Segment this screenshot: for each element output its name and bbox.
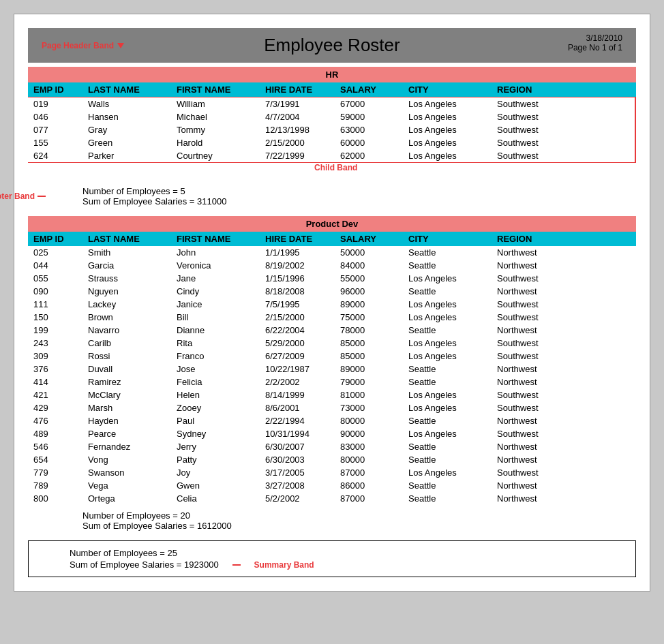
product-dev-footer-emp-count: Number of Employees = 20 (69, 510, 631, 521)
page-header-band: Page Header Band Employee Roster 3/18/20… (28, 28, 636, 63)
table-row: 309 Rossi Franco 6/27/2009 85000 Los Ang… (28, 350, 636, 363)
hr-group-footer-band: Group Footer Band Number of Employees = … (28, 183, 636, 209)
table-row: 155 Green Harold 2/15/2000 60000 Los Ang… (28, 136, 635, 149)
table-row: 789 Vega Gwen 3/27/2008 86000 Seattle No… (28, 479, 636, 492)
group-footer-band-annotation: Group Footer Band (0, 191, 46, 201)
hr-group-section: HR Group Header Band EMP ID LAST NAME FI… (28, 67, 636, 209)
table-row: 429 Marsh Zooey 8/6/2001 73000 Los Angel… (28, 401, 636, 414)
table-row: 150 Brown Bill 2/15/2000 75000 Los Angel… (28, 311, 636, 324)
table-row: 414 Ramirez Felicia 2/2/2002 79000 Seatt… (28, 375, 636, 388)
product-dev-footer-salary-sum: Sum of Employee Salaries = 1612000 (69, 521, 631, 531)
table-row: 800 Ortega Celia 5/2/2002 87000 Seattle … (28, 492, 636, 505)
summary-band-label: Summary Band (254, 560, 314, 570)
product-dev-group-footer-band: Number of Employees = 20 Sum of Employee… (28, 508, 636, 534)
child-band-area: Child Band (28, 163, 636, 183)
table-row: 243 Carilb Rita 5/29/2000 85000 Los Ange… (28, 337, 636, 350)
table-row: 090 Nguyen Cindy 8/18/2008 96000 Seattle… (28, 285, 636, 298)
table-row: 111 Lackey Janice 7/5/1995 89000 Los Ang… (28, 298, 636, 311)
product-dev-column-header-row: EMP ID LAST NAME FIRST NAME HIRE DATE SA… (28, 232, 636, 246)
page-header-arrow-down (117, 43, 124, 48)
table-row: 476 Hayden Paul 2/22/1994 80000 Seattle … (28, 414, 636, 427)
table-row: 199 Navarro Dianne 6/22/2004 78000 Seatt… (28, 324, 636, 337)
page-date-info: 3/18/2010 Page No 1 of 1 (568, 33, 622, 52)
table-row: 779 Swanson Joy 3/17/2005 87000 Los Ange… (28, 466, 636, 479)
hr-column-header-row: EMP ID LAST NAME FIRST NAME HIRE DATE SA… (28, 82, 636, 97)
report-title: Employee Roster (264, 35, 399, 56)
table-row: 025 Smith John 1/1/1995 50000 Seattle No… (28, 246, 636, 259)
table-row: 546 Fernandez Jerry 6/30/2007 83000 Seat… (28, 440, 636, 453)
summary-emp-count: Number of Employees = 25 (56, 548, 177, 558)
table-row: 055 Strauss Jane 1/15/1996 55000 Los Ang… (28, 272, 636, 285)
table-row: 046 Hansen Michael 4/7/2004 59000 Los An… (28, 110, 635, 123)
child-band-label: Child Band (314, 163, 357, 172)
table-row: 421 McClary Helen 8/14/1999 81000 Los An… (28, 388, 636, 401)
table-row: 624 Parker Courtney 7/22/1999 62000 Los … (28, 149, 635, 162)
hr-group-header-band: HR Group Header Band (28, 67, 636, 82)
table-row: 077 Gray Tommy 12/13/1998 63000 Los Ange… (28, 123, 635, 136)
page-header-band-label: Page Header Band (42, 41, 124, 50)
table-row: 019 Walls William 7/3/1991 67000 Los Ang… (28, 97, 635, 110)
hr-footer-salary-sum: Sum of Employee Salaries = 311000 (69, 196, 631, 206)
table-row: 489 Pearce Sydney 10/31/1994 90000 Los A… (28, 427, 636, 440)
summary-salary-sum: Sum of Employee Salaries = 1923000 (56, 559, 219, 570)
summary-band: Number of Employees = 25 Sum of Employee… (28, 540, 636, 577)
table-row: 044 Garcia Veronica 8/19/2002 84000 Seat… (28, 259, 636, 272)
hr-footer-emp-count: Number of Employees = 5 (69, 186, 631, 196)
product-dev-group-section: Product Dev EMP ID LAST NAME FIRST NAME … (28, 216, 636, 534)
report-page: Page Header Band Employee Roster 3/18/20… (14, 14, 650, 592)
product-dev-group-header-band: Product Dev (28, 216, 636, 232)
table-row: 654 Vong Patty 6/30/2003 80000 Seattle N… (28, 453, 636, 466)
product-dev-data-rows: 025 Smith John 1/1/1995 50000 Seattle No… (28, 246, 636, 505)
hr-data-rows: Detail Band 019 Walls William 7/3/1991 6… (28, 97, 636, 163)
table-row: 376 Duvall Jose 10/22/1987 89000 Seattle… (28, 363, 636, 375)
